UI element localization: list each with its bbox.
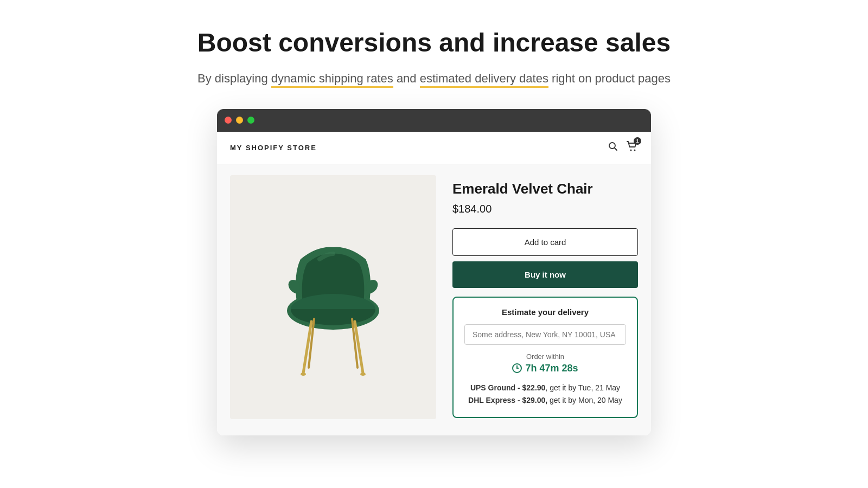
address-input[interactable] (464, 324, 626, 345)
subtitle-before: By displaying (197, 72, 271, 85)
product-name: Emerald Velvet Chair (452, 181, 638, 197)
shipping-rate-dhl: DHL Express - $29.00, get it by Mon, 20 … (464, 394, 626, 407)
shipping-rates: UPS Ground - $22.90, get it by Tue, 21 M… (464, 382, 626, 408)
subtitle-after: right on product pages (548, 72, 671, 85)
traffic-light-yellow[interactable] (236, 117, 243, 124)
order-within-label: Order within (464, 352, 626, 361)
store-icons: 1 (608, 140, 638, 155)
svg-point-10 (301, 373, 306, 376)
product-image (257, 205, 409, 389)
store-content: MY SHOPIFY STORE 1 (217, 132, 651, 435)
product-area: Emerald Velvet Chair $184.00 Add to card… (217, 164, 651, 435)
browser-window: MY SHOPIFY STORE 1 (217, 109, 651, 435)
cart-icon[interactable]: 1 (626, 140, 638, 155)
product-image-container (230, 175, 436, 419)
traffic-light-green[interactable] (247, 117, 254, 124)
add-to-cart-button[interactable]: Add to card (452, 228, 638, 256)
dhl-label: DHL Express - $29.00, (468, 396, 547, 404)
svg-point-3 (634, 149, 636, 151)
store-header: MY SHOPIFY STORE 1 (217, 132, 651, 164)
cart-badge: 1 (634, 137, 641, 145)
delivery-estimate-box: Estimate your delivery Order within 7h 4… (452, 297, 638, 419)
traffic-light-red[interactable] (225, 117, 232, 124)
browser-titlebar (217, 109, 651, 132)
store-name: MY SHOPIFY STORE (230, 144, 317, 152)
product-details: Emerald Velvet Chair $184.00 Add to card… (452, 175, 638, 419)
countdown-value: 7h 47m 28s (525, 363, 578, 374)
countdown-timer: 7h 47m 28s (464, 363, 626, 374)
buy-now-button[interactable]: Buy it now (452, 261, 638, 288)
subtitle-middle: and (393, 72, 420, 85)
ups-label: UPS Ground - $22.90 (470, 383, 545, 392)
subtitle-highlight-delivery: estimated delivery dates (420, 72, 548, 88)
product-price: $184.00 (452, 203, 638, 215)
svg-line-1 (615, 147, 617, 150)
delivery-title: Estimate your delivery (464, 307, 626, 317)
svg-point-2 (630, 149, 632, 151)
search-icon[interactable] (608, 141, 618, 155)
shipping-rate-ups: UPS Ground - $22.90, get it by Tue, 21 M… (464, 382, 626, 395)
subtitle-highlight-shipping: dynamic shipping rates (271, 72, 393, 88)
page-title: Boost conversions and increase sales (197, 27, 671, 59)
svg-point-11 (360, 373, 366, 376)
clock-icon (512, 363, 522, 373)
page-subtitle: By displaying dynamic shipping rates and… (197, 69, 671, 87)
